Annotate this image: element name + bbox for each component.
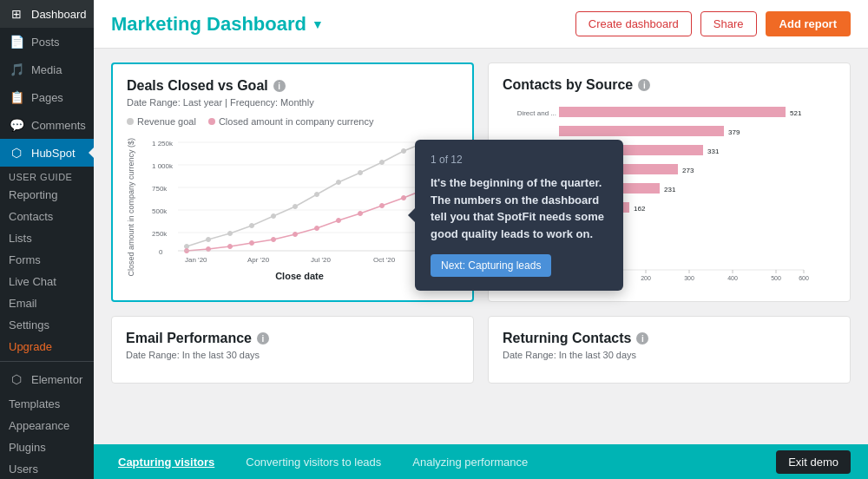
sidebar-item-forms[interactable]: Forms [0,249,94,271]
sidebar-item-comments[interactable]: 💬 Comments [0,111,94,139]
svg-text:200: 200 [641,275,651,281]
tooltip-text: It's the beginning of the quarter. The n… [431,174,608,242]
card2-info-icon[interactable]: i [638,79,650,91]
comments-icon: 💬 [9,118,24,132]
sidebar-item-media[interactable]: 🎵 Media [0,56,94,83]
svg-text:0: 0 [159,248,163,256]
sidebar-item-contacts[interactable]: Contacts [0,206,94,227]
svg-text:521: 521 [790,109,802,117]
bottom-navigation-bar: Capturing visitors Converting visitors t… [94,444,868,479]
card4-info-icon[interactable]: i [636,332,648,344]
sidebar-item-label: Elementor [31,373,82,386]
card2-title: Contacts by Source [503,77,633,93]
tooltip-next-button[interactable]: Next: Capturing leads [431,254,551,277]
card1-title-area: Deals Closed vs Goal i [127,78,458,94]
svg-point-28 [272,238,276,242]
svg-text:Jan '20: Jan '20 [185,256,207,264]
share-button[interactable]: Share [700,11,757,36]
svg-rect-43 [559,107,786,117]
card1-meta: Date Range: Last year | Frequency: Month… [127,97,458,108]
sidebar-item-posts[interactable]: 📄 Posts [0,28,94,56]
svg-point-20 [358,171,363,175]
svg-text:Jul '20: Jul '20 [311,256,331,264]
sidebar-item-templates[interactable]: Templates [0,393,94,415]
svg-text:600: 600 [799,275,809,281]
sidebar-item-users[interactable]: Users [0,458,94,479]
svg-point-17 [293,205,298,209]
sidebar-item-dashboard[interactable]: ⊞ Dashboard [0,0,94,28]
bottom-cards-row: Email Performance i Date Range: In the l… [111,316,851,384]
sidebar-item-label: Media [31,63,62,76]
sidebar-item-label: Pages [31,91,63,104]
svg-text:162: 162 [634,205,646,213]
card3-meta: Date Range: In the last 30 days [126,350,459,360]
elementor-icon: ⬡ [9,372,24,386]
svg-text:500: 500 [771,275,781,281]
line-chart-area: 1 250k 1 000k 750k 500k 250k 0 [141,134,458,281]
sidebar-item-email[interactable]: Email [0,292,94,314]
create-dashboard-button[interactable]: Create dashboard [575,11,692,36]
legend-dot-revenue [127,118,134,125]
legend-closed: Closed amount in company currency [208,116,374,127]
tooltip-counter: 1 of 12 [431,154,608,166]
svg-text:Apr '20: Apr '20 [247,256,270,264]
card3-title-area: Email Performance i [126,331,459,346]
svg-point-22 [402,149,406,154]
add-report-button[interactable]: Add report [766,11,851,36]
sidebar-item-label: Dashboard [31,8,87,21]
svg-point-29 [293,233,298,237]
user-guide-section: User Guide [0,167,94,184]
svg-text:1 000k: 1 000k [152,162,174,170]
bottom-tab-analyzing[interactable]: Analyzing performance [405,452,535,472]
card2-title-area: Contacts by Source i [503,77,836,93]
svg-point-16 [272,214,276,219]
dropdown-arrow-icon[interactable]: ▼ [312,17,324,31]
sidebar-item-appearance[interactable]: Appearance [0,415,94,436]
sidebar-item-pages[interactable]: 📋 Pages [0,83,94,111]
sidebar-item-upgrade[interactable]: Upgrade [0,336,94,358]
y-axis-label: Closed amount in company currency ($) [127,138,137,277]
sidebar-item-label: Posts [31,36,60,49]
card3-info-icon[interactable]: i [257,332,269,344]
svg-point-14 [228,232,233,236]
svg-text:1 250k: 1 250k [152,140,174,148]
svg-text:Oct '20: Oct '20 [373,256,396,264]
sidebar-item-hubspot[interactable]: ⬡ HubSpot [0,139,94,167]
legend-closed-label: Closed amount in company currency [219,116,374,127]
svg-text:273: 273 [682,167,694,174]
card4-meta: Date Range: In the last 30 days [503,350,836,360]
svg-point-34 [402,196,406,200]
card1-info-icon[interactable]: i [273,80,286,92]
bottom-tab-converting[interactable]: Converting visitors to leads [239,452,388,472]
main-area: Marketing Dashboard ▼ Create dashboard S… [94,0,868,479]
guided-tour-tooltip: 1 of 12 It's the beginning of the quarte… [415,140,623,291]
svg-text:750k: 750k [152,185,168,193]
svg-point-12 [185,245,189,249]
page-title: Marketing Dashboard [111,13,306,36]
card1-legend: Revenue goal Closed amount in company cu… [127,116,458,127]
svg-point-19 [337,180,341,185]
svg-point-18 [315,193,319,197]
sidebar-item-live-chat[interactable]: Live Chat [0,271,94,292]
svg-text:300: 300 [684,275,694,281]
tooltip-pointer [408,208,415,222]
dashboard-icon: ⊞ [9,7,24,21]
sidebar-item-lists[interactable]: Lists [0,227,94,249]
line-chart-svg: 1 250k 1 000k 750k 500k 250k 0 [141,134,458,264]
line-chart-container: Closed amount in company currency ($) 1 … [127,134,458,281]
sidebar-item-elementor[interactable]: ⬡ Elementor [0,365,94,393]
sidebar-item-reporting[interactable]: Reporting [0,184,94,206]
returning-contacts-card: Returning Contacts i Date Range: In the … [488,316,851,384]
svg-point-33 [380,204,385,208]
svg-point-15 [250,224,254,228]
exit-demo-button[interactable]: Exit demo [776,450,851,474]
sidebar-item-plugins[interactable]: Plugins [0,436,94,458]
pages-icon: 📋 [9,90,24,104]
svg-text:Direct and ...: Direct and ... [517,109,556,117]
card4-title-area: Returning Contacts i [503,331,836,346]
email-performance-card: Email Performance i Date Range: In the l… [111,316,474,384]
svg-point-13 [207,238,211,242]
media-icon: 🎵 [9,62,24,76]
bottom-tab-capturing[interactable]: Capturing visitors [111,452,221,472]
sidebar-item-settings[interactable]: Settings [0,314,94,336]
